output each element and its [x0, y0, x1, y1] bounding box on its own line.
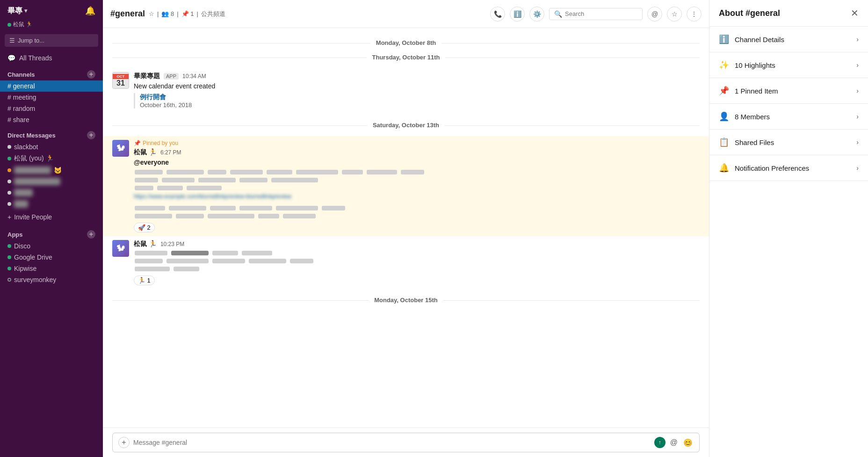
panel-row-members[interactable]: 👤 8 Members › — [709, 104, 868, 130]
call-icon-button[interactable]: 📞 — [490, 7, 505, 22]
channel-item-meeting[interactable]: # meeting — [0, 92, 103, 103]
app-item-googledrive[interactable]: Google Drive — [0, 252, 103, 263]
jump-label: Jump to... — [18, 37, 44, 44]
chevron-right-icon: › — [856, 138, 859, 146]
dm-status-dot — [7, 191, 11, 195]
invite-people-button[interactable]: + Invite People — [0, 210, 103, 225]
all-threads-label: All Threads — [19, 54, 52, 62]
dm-item-self[interactable]: 松鼠 (you) 🏃 — [0, 152, 103, 165]
channel-name: general — [13, 82, 35, 90]
blurred-text — [342, 170, 363, 174]
panel-row-notifications[interactable]: 🔔 Notification Preferences › — [709, 155, 868, 181]
dm-item-blurred-4[interactable]: ███ — [0, 198, 103, 210]
channel-header: #general ☆ | 👥 8 | 📌 1 | 公共頻道 📞 ℹ️ ⚙️ 🔍 … — [103, 0, 709, 28]
dm-status-dot — [7, 180, 11, 183]
channel-meta-sep: | — [177, 10, 178, 17]
blurred-content-2 — [134, 250, 700, 272]
add-channel-button[interactable]: + — [87, 70, 95, 79]
members-count[interactable]: 👥 8 — [161, 10, 174, 17]
app-name: Kipwise — [14, 265, 36, 272]
avatar-emoji: 🐿 — [116, 244, 125, 254]
channel-name: meeting — [13, 94, 36, 101]
app-status-dot — [7, 278, 11, 282]
mention-icon-button[interactable]: @ — [647, 7, 662, 22]
emoji-icon[interactable]: 😊 — [682, 437, 694, 448]
add-dm-button[interactable]: + — [87, 131, 95, 139]
message-header: 畢業專題 APP 10:34 AM — [134, 72, 700, 80]
pin-count[interactable]: 📌 1 — [181, 10, 194, 17]
search-input[interactable] — [565, 10, 630, 17]
panel-row-highlights[interactable]: ✨ 10 Highlights › — [709, 52, 868, 78]
reaction-button[interactable]: 🏃 1 — [134, 276, 155, 285]
workspace-dropdown-icon[interactable]: ▾ — [24, 7, 27, 14]
all-threads-item[interactable]: 💬 All Threads — [0, 51, 103, 65]
app-status-dot — [7, 267, 11, 270]
date-divider-oct13: Saturday, October 13th — [103, 122, 709, 129]
messages-area: Monday, October 8th Thursday, October 11… — [103, 28, 709, 428]
panel-row-label: Shared Files — [735, 138, 851, 146]
chevron-right-icon: › — [856, 61, 859, 69]
reaction-button[interactable]: 🚀 2 — [134, 223, 155, 232]
workspace-name[interactable]: 畢專 ▾ — [7, 6, 27, 16]
blurred-text — [212, 251, 238, 255]
blurred-text — [290, 259, 313, 263]
panel-row-label: 1 Pinned Item — [735, 87, 851, 95]
message-header: 松鼠 🏃 6:27 PM — [134, 148, 700, 157]
send-button[interactable]: ↑ — [654, 437, 665, 448]
app-name: Disco — [14, 242, 30, 250]
close-panel-button[interactable]: ✕ — [851, 7, 859, 19]
jump-icon: ☰ — [9, 37, 15, 44]
blurred-text — [267, 170, 292, 174]
app-item-surveymonkey[interactable]: surveymonkey — [0, 274, 103, 285]
channel-header-actions: 📞 ℹ️ ⚙️ 🔍 @ ☆ ⋮ — [490, 7, 702, 22]
message-author: 松鼠 🏃 — [134, 148, 157, 157]
dm-item-blurred-3[interactable]: ████ — [0, 187, 103, 198]
add-app-button[interactable]: + — [87, 230, 95, 239]
panel-row-shared-files[interactable]: 📋 Shared Files › — [709, 130, 868, 155]
more-icon-button[interactable]: ⋮ — [687, 7, 702, 22]
settings-icon-button[interactable]: ⚙️ — [529, 7, 544, 22]
right-panel-header: About #general ✕ — [709, 0, 868, 27]
app-item-disco[interactable]: Disco — [0, 240, 103, 252]
message-header: 松鼠 🏃 10:23 PM — [134, 240, 700, 248]
blurred-text — [135, 178, 158, 182]
info-icon-button[interactable]: ℹ️ — [510, 7, 525, 22]
app-item-kipwise[interactable]: Kipwise — [0, 263, 103, 274]
channel-hash-icon: # — [7, 105, 11, 112]
message-link[interactable]: https://www.example.com/blurredlinkprevi… — [134, 193, 291, 200]
apps-section-header: Apps + — [0, 225, 103, 240]
channel-name: random — [13, 105, 35, 112]
dm-avatar-small: 🐱 — [54, 167, 62, 174]
channel-item-general[interactable]: # general — [0, 80, 103, 92]
add-attachment-button[interactable]: + — [118, 437, 130, 448]
pinned-indicator: 📌 Pinned by you — [134, 140, 700, 146]
star-icon-button[interactable]: ☆ — [667, 7, 682, 22]
dm-item-blurred-2[interactable]: ██████████ — [0, 176, 103, 187]
chevron-right-icon: › — [856, 36, 859, 43]
jump-to-button[interactable]: ☰ Jump to... — [5, 34, 98, 47]
panel-row-channel-details[interactable]: ℹ️ Channel Details › — [709, 27, 868, 52]
dm-item-blurred-1[interactable]: ████████ 🐱 — [0, 165, 103, 176]
panel-row-pinned[interactable]: 📌 1 Pinned Item › — [709, 78, 868, 104]
avatar: 🐿 — [112, 140, 129, 157]
star-icon[interactable]: ☆ — [149, 10, 154, 17]
blurred-text — [239, 206, 272, 210]
blurred-text — [212, 259, 245, 263]
channel-item-random[interactable]: # random — [0, 103, 103, 114]
pinned-by-label: Pinned by you — [143, 140, 178, 146]
mention-icon[interactable]: @ — [669, 437, 679, 448]
dm-item-slackbot[interactable]: slackbot — [0, 141, 103, 152]
blurred-text — [135, 214, 172, 218]
channel-name: share — [13, 116, 29, 123]
right-panel: About #general ✕ ℹ️ Channel Details › ✨ … — [709, 0, 868, 457]
notification-bell-icon[interactable]: 🔔 — [85, 6, 95, 16]
blurred-text — [166, 170, 204, 174]
apps-label: Apps — [7, 231, 23, 238]
search-box[interactable]: 🔍 — [549, 8, 643, 20]
dm-name: ████████ — [14, 167, 51, 174]
blurred-text — [242, 251, 272, 255]
message-input[interactable] — [133, 439, 651, 446]
blurred-text — [187, 186, 222, 190]
channel-item-share[interactable]: # share — [0, 114, 103, 125]
message-time: 6:27 PM — [160, 149, 181, 156]
